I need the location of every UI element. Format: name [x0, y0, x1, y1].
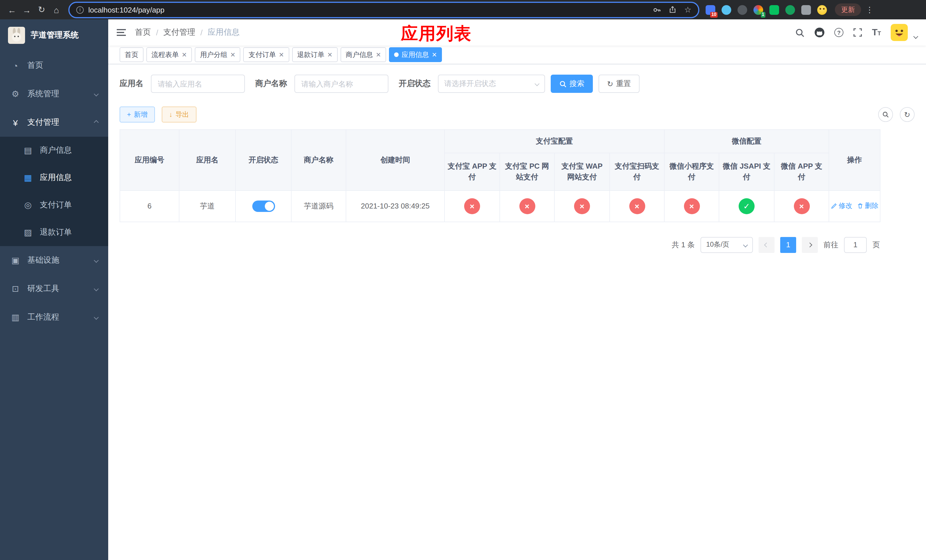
edit-button[interactable]: 修改 — [831, 201, 852, 211]
navbar-actions: ? TT — [795, 24, 917, 41]
reload-icon: ↻ — [38, 5, 45, 15]
next-page-button[interactable] — [802, 237, 818, 253]
sidebar-item-system[interactable]: ⚙ 系统管理 — [0, 80, 108, 108]
status-label: 开启状态 — [399, 79, 431, 89]
app-logo — [8, 27, 25, 44]
sidebar-item-payment[interactable]: ¥ 支付管理 — [0, 108, 108, 137]
refresh-table-button[interactable]: ↻ — [900, 107, 915, 122]
extension-icon-6[interactable] — [785, 5, 795, 15]
sidebar-item-merchant-info[interactable]: ▤ 商户信息 — [0, 137, 108, 164]
extension-puzzle-icon[interactable] — [801, 5, 811, 15]
app-logo-row[interactable]: 芋道管理系统 — [0, 20, 108, 51]
apps-table: 应用编号 应用名 开启状态 商户名称 创建时间 支付宝配置 微信配置 操作 支付… — [120, 129, 881, 222]
sidebar-item-app-info[interactable]: ▦ 应用信息 — [0, 164, 108, 191]
github-icon[interactable] — [814, 27, 825, 38]
sidebar-item-home[interactable]: ◔ 首页 — [0, 51, 108, 80]
sidebar-item-pay-orders[interactable]: ◎ 支付订单 — [0, 191, 108, 219]
top-navbar: 首页 / 支付管理 / 应用信息 应用列表 ? — [108, 20, 926, 45]
goto-page-input[interactable] — [844, 237, 867, 253]
search-icon[interactable] — [795, 28, 805, 37]
page-title: 应用列表 — [401, 22, 472, 45]
tab-app-info[interactable]: 应用信息✕ — [389, 47, 442, 62]
toggle-search-button[interactable] — [878, 107, 893, 122]
trash-icon — [857, 203, 863, 209]
tab-process-form[interactable]: 流程表单✕ — [146, 47, 192, 62]
sidebar-item-refund-orders[interactable]: ▨ 退款订单 — [0, 219, 108, 246]
col-wx-app: 微信 APP 支付 — [774, 153, 829, 190]
toolbox-icon: ⊡ — [10, 284, 21, 294]
extension-icon-5[interactable] — [769, 5, 779, 15]
delete-button[interactable]: 删除 — [857, 201, 878, 211]
add-button[interactable]: + 新增 — [120, 106, 155, 123]
tab-pay-orders[interactable]: 支付订单✕ — [244, 47, 289, 62]
share-icon[interactable] — [669, 6, 677, 14]
col-alipay-wap: 支付宝 WAP 网站支付 — [554, 153, 610, 190]
extension-icon-4[interactable]: 1 — [754, 5, 763, 15]
bookmark-star-icon[interactable]: ☆ — [684, 6, 691, 14]
page-content: 应用名 商户名称 开启状态 请选择开启状态 搜索 ↻ 重置 — [108, 64, 926, 560]
browser-back-button[interactable]: ← — [5, 2, 20, 17]
sidebar-item-devtools[interactable]: ⊡ 研发工具 — [0, 275, 108, 303]
search-icon — [882, 111, 889, 118]
merchant-name-input[interactable] — [294, 75, 388, 93]
payment-submenu: ▤ 商户信息 ▦ 应用信息 ◎ 支付订单 ▨ 退款订单 — [0, 137, 108, 246]
breadcrumb-home[interactable]: 首页 — [135, 27, 151, 38]
tab-user-group[interactable]: 用户分组✕ — [195, 47, 240, 62]
active-dot-icon — [394, 52, 399, 57]
sidebar-collapse-icon[interactable] — [117, 29, 126, 36]
browser-home-button[interactable]: ⌂ — [49, 2, 64, 17]
goto-suffix: 页 — [873, 239, 880, 250]
close-icon[interactable]: ✕ — [279, 51, 284, 58]
browser-reload-button[interactable]: ↻ — [34, 2, 49, 17]
col-actions: 操作 — [829, 130, 880, 190]
page-number-button[interactable]: 1 — [780, 237, 796, 253]
avatar[interactable] — [891, 24, 908, 41]
grid-icon: ▦ — [23, 173, 33, 183]
tab-home[interactable]: 首页 — [120, 47, 144, 62]
cell-created: 2021-10-23 08:49:25 — [346, 190, 445, 222]
fullscreen-icon[interactable] — [853, 28, 862, 37]
sidebar-item-infra[interactable]: ▣ 基础设施 — [0, 246, 108, 275]
close-icon[interactable]: ✕ — [230, 51, 235, 58]
browser-toolbar: ← → ↻ ⌂ i localhost:1024/pay/app ☆ 10 1 — [0, 0, 926, 20]
close-icon[interactable]: ✕ — [327, 51, 332, 58]
tabs-bar: 首页 流程表单✕ 用户分组✕ 支付订单✕ 退款订单✕ 商户信息✕ 应用信息✕ — [108, 45, 926, 64]
help-icon[interactable]: ? — [834, 28, 843, 37]
browser-forward-button[interactable]: → — [20, 2, 34, 17]
tab-merchant-info[interactable]: 商户信息✕ — [340, 47, 386, 62]
extension-emoji-icon[interactable] — [817, 5, 827, 15]
breadcrumb-current: 应用信息 — [208, 27, 240, 38]
extension-icon-1[interactable]: 10 — [706, 5, 715, 15]
group-wechat-config: 微信配置 — [664, 130, 829, 153]
site-info-icon[interactable]: i — [76, 6, 84, 14]
password-key-icon[interactable] — [653, 5, 661, 14]
browser-menu-icon[interactable]: ⋮ — [865, 5, 874, 14]
status-select[interactable]: 请选择开启状态 — [438, 75, 545, 93]
extension-badge: 10 — [710, 12, 717, 17]
page-size-select[interactable]: 10条/页 — [701, 237, 753, 253]
sidebar-item-workflow[interactable]: ▥ 工作流程 — [0, 303, 108, 331]
search-button[interactable]: 搜索 — [551, 75, 593, 93]
status-toggle[interactable] — [252, 200, 275, 212]
tab-refund-orders[interactable]: 退款订单✕ — [292, 47, 337, 62]
status-cross-icon: × — [629, 198, 645, 214]
font-size-icon[interactable]: TT — [872, 28, 881, 37]
prev-page-button[interactable] — [758, 237, 775, 253]
avatar-dropdown-caret-icon[interactable] — [914, 34, 918, 39]
pagination: 共 1 条 10条/页 1 前往 页 — [120, 237, 880, 253]
breadcrumb-payment[interactable]: 支付管理 — [163, 27, 195, 38]
reset-button[interactable]: ↻ 重置 — [599, 75, 640, 93]
app-name-input[interactable] — [151, 75, 245, 93]
close-icon[interactable]: ✕ — [182, 51, 187, 58]
close-icon[interactable]: ✕ — [376, 51, 381, 58]
address-bar[interactable]: i localhost:1024/pay/app ☆ — [70, 3, 698, 17]
refresh-icon: ↻ — [904, 110, 910, 119]
browser-update-button[interactable]: 更新 — [835, 3, 861, 16]
extension-icon-2[interactable] — [722, 5, 731, 15]
gear-icon: ⚙ — [10, 89, 21, 99]
close-icon[interactable]: ✕ — [432, 51, 437, 58]
extension-icon-3[interactable] — [737, 5, 747, 15]
export-button[interactable]: ↓ 导出 — [162, 106, 197, 123]
status-check-icon: ✓ — [738, 198, 755, 214]
sidebar-menu: ◔ 首页 ⚙ 系统管理 ¥ 支付管理 ▤ 商户信息 — [0, 51, 108, 331]
